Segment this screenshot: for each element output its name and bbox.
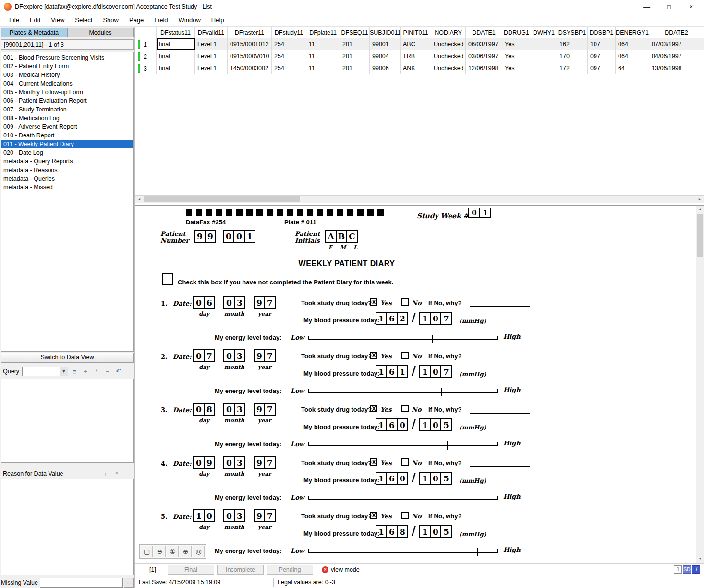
- plate-item[interactable]: 006 - Patient Evaluation Report: [1, 97, 133, 105]
- cell[interactable]: 64: [616, 62, 649, 74]
- maximize-icon[interactable]: □: [658, 0, 680, 13]
- cell[interactable]: final: [157, 50, 195, 62]
- plate-item[interactable]: 001 - Blood Pressure Screening Visits: [1, 53, 133, 62]
- scrollbar-thumb[interactable]: [697, 214, 703, 257]
- column-header[interactable]: DFvalid11: [195, 27, 228, 38]
- cell[interactable]: ABC: [401, 38, 431, 50]
- chevron-down-icon[interactable]: ▼: [60, 367, 68, 376]
- cell[interactable]: [531, 62, 557, 74]
- cell[interactable]: 11: [306, 38, 340, 50]
- plate-item-selected[interactable]: 011 - Weekly Patient Diary: [1, 140, 133, 148]
- query-undo-icon[interactable]: ↶: [114, 367, 123, 376]
- cell[interactable]: 1450/0003002: [228, 62, 272, 74]
- scroll-left-icon[interactable]: ◄: [135, 196, 143, 203]
- column-header[interactable]: DFstudy11: [272, 27, 306, 38]
- close-icon[interactable]: ×: [680, 0, 702, 13]
- menu-file[interactable]: File: [4, 14, 24, 25]
- column-header[interactable]: NODIARY: [431, 27, 466, 38]
- menu-select[interactable]: Select: [70, 14, 97, 25]
- vertical-scrollbar[interactable]: ▲ ▼: [696, 206, 704, 563]
- column-header[interactable]: DWHY1: [531, 27, 557, 38]
- column-header[interactable]: DDATE2: [649, 27, 704, 38]
- cell[interactable]: 13/06/1998: [649, 62, 704, 74]
- scrollbar-thumb[interactable]: [144, 196, 300, 202]
- menu-window[interactable]: Window: [173, 14, 206, 25]
- scroll-up-icon[interactable]: ▲: [696, 206, 704, 213]
- cell[interactable]: 254: [272, 38, 306, 50]
- scroll-right-icon[interactable]: ►: [696, 196, 704, 203]
- cell[interactable]: [531, 50, 557, 62]
- crop-tool-icon[interactable]: ▢: [141, 546, 153, 557]
- cell[interactable]: Unchecked: [431, 38, 466, 50]
- plate-item[interactable]: 009 - Adverse Event Report: [1, 122, 133, 131]
- column-header[interactable]: DSYSBP1: [557, 27, 588, 38]
- zoom-in-icon[interactable]: ⊕: [180, 546, 192, 557]
- cell[interactable]: 12/06/1998: [466, 62, 502, 74]
- horizontal-scrollbar[interactable]: ◄ ►: [135, 195, 704, 203]
- query-add-icon[interactable]: +: [81, 367, 90, 376]
- plate-item[interactable]: metadata - Missed: [1, 183, 133, 192]
- query-select[interactable]: ▼: [22, 367, 68, 376]
- reason-edit-icon[interactable]: *: [112, 469, 121, 478]
- cell[interactable]: Unchecked: [431, 50, 466, 62]
- column-header[interactable]: DDRUG1: [502, 27, 531, 38]
- menu-edit[interactable]: Edit: [24, 14, 46, 25]
- query-edit-icon[interactable]: *: [92, 367, 101, 376]
- cell[interactable]: 254: [272, 50, 306, 62]
- cell[interactable]: 0915/000V010: [228, 50, 272, 62]
- plate-item[interactable]: 005 - Monthly Follow-up Form: [1, 88, 133, 97]
- cell[interactable]: 201: [340, 62, 370, 74]
- cell[interactable]: 201: [340, 38, 370, 50]
- plate-item[interactable]: 020 - Date Log: [1, 148, 133, 157]
- cell[interactable]: 097: [588, 50, 616, 62]
- pending-button[interactable]: Pending: [267, 565, 313, 575]
- cell[interactable]: 11: [306, 50, 340, 62]
- incomplete-button[interactable]: Incomplete: [217, 565, 264, 575]
- query-text-area[interactable]: [1, 379, 134, 463]
- switch-to-data-view-button[interactable]: Switch to Data View: [1, 353, 134, 363]
- cell[interactable]: 03/06/1997: [466, 50, 502, 62]
- plate-item[interactable]: 008 - Medication Log: [1, 114, 133, 122]
- cell[interactable]: 07/03/1997: [649, 38, 704, 50]
- cell[interactable]: TRB: [401, 50, 431, 62]
- grid-row[interactable]: 1 final Level 1 0915/000T012 254 11 201 …: [135, 38, 704, 50]
- cell[interactable]: 11: [306, 62, 340, 74]
- zoom-reset-icon[interactable]: ①: [167, 546, 179, 557]
- grid-row[interactable]: 3 final Level 1 1450/0003002 254 11 201 …: [135, 62, 704, 74]
- menu-show[interactable]: Show: [97, 14, 124, 25]
- browse-button[interactable]: ...: [124, 578, 134, 588]
- cell[interactable]: 170: [557, 50, 588, 62]
- reason-add-icon[interactable]: +: [101, 469, 110, 478]
- cell[interactable]: 0915/000T012: [228, 38, 272, 50]
- cell[interactable]: 064: [616, 38, 649, 50]
- menu-page[interactable]: Page: [124, 14, 149, 25]
- cell[interactable]: Level 1: [195, 50, 228, 62]
- plate-item[interactable]: metadata - Queries: [1, 174, 133, 183]
- cell[interactable]: final: [157, 62, 195, 74]
- cell[interactable]: 99006: [370, 62, 401, 74]
- plate-item[interactable]: metadata - Query Reports: [1, 157, 133, 166]
- cell[interactable]: Yes: [502, 62, 531, 74]
- column-header[interactable]: DFSEQ11: [340, 27, 370, 38]
- plate-item[interactable]: 010 - Death Report: [1, 131, 133, 140]
- cell[interactable]: 201: [340, 50, 370, 62]
- cell[interactable]: 097: [588, 62, 616, 74]
- cell[interactable]: final: [157, 38, 195, 50]
- scroll-down-icon[interactable]: ▼: [696, 555, 704, 563]
- cell[interactable]: ANK: [401, 62, 431, 74]
- cell[interactable]: 99001: [370, 38, 401, 50]
- column-header[interactable]: DENERGY1: [616, 27, 649, 38]
- grid-row[interactable]: 2 final Level 1 0915/000V010 254 11 201 …: [135, 50, 704, 62]
- snapshot-icon[interactable]: ◎: [193, 546, 205, 557]
- cell[interactable]: 107: [588, 38, 616, 50]
- cell[interactable]: Yes: [502, 50, 531, 62]
- column-header[interactable]: PINIT011: [401, 27, 431, 38]
- cell[interactable]: 99004: [370, 50, 401, 62]
- cell[interactable]: 254: [272, 62, 306, 74]
- plate-item[interactable]: 007 - Study Termination: [1, 105, 133, 114]
- column-header[interactable]: DFplate11: [306, 27, 340, 38]
- reason-remove-icon[interactable]: −: [123, 469, 133, 478]
- plate-item[interactable]: 002 - Patient Entry Form: [1, 62, 133, 71]
- column-header[interactable]: DFraster11: [228, 27, 272, 38]
- menu-field[interactable]: Field: [149, 14, 173, 25]
